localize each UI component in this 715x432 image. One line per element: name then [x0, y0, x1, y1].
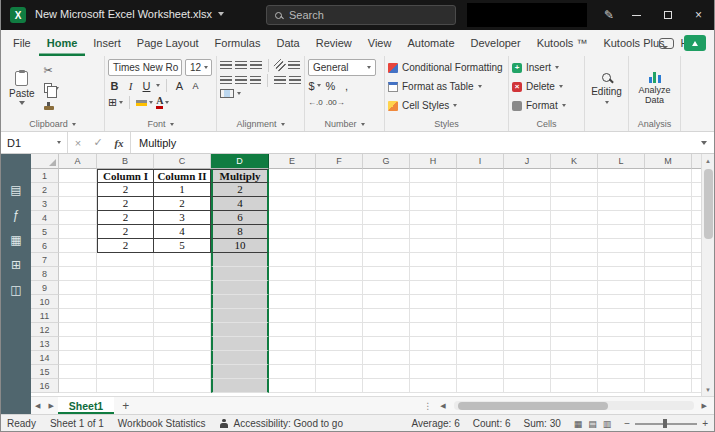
cell-N15[interactable]: [692, 365, 701, 379]
col-header-J[interactable]: J: [504, 154, 551, 169]
cell-C4[interactable]: 3: [154, 211, 211, 225]
cell-B9[interactable]: [97, 281, 154, 295]
cell-J8[interactable]: [504, 267, 551, 281]
wrap-text-icon[interactable]: [288, 61, 300, 70]
cell-B1[interactable]: Column I: [97, 169, 154, 183]
cell-F5[interactable]: [316, 225, 363, 239]
comments-icon[interactable]: [659, 38, 674, 49]
cell-I4[interactable]: [457, 211, 504, 225]
bold-button[interactable]: B: [108, 78, 121, 93]
cell-A3[interactable]: [59, 197, 97, 211]
tab-review[interactable]: Review: [308, 30, 360, 56]
cell-F6[interactable]: [316, 239, 363, 253]
cell-L9[interactable]: [598, 281, 645, 295]
tab-split-handle[interactable]: ⋮: [423, 401, 432, 411]
cell-K16[interactable]: [551, 379, 598, 393]
cell-J15[interactable]: [504, 365, 551, 379]
cell-K1[interactable]: [551, 169, 598, 183]
cell-I16[interactable]: [457, 379, 504, 393]
cell-D5[interactable]: 8: [211, 225, 269, 239]
cell-E1[interactable]: [269, 169, 316, 183]
cell-N14[interactable]: [692, 351, 701, 365]
cell-J11[interactable]: [504, 309, 551, 323]
cell-J12[interactable]: [504, 323, 551, 337]
cell-J10[interactable]: [504, 295, 551, 309]
cell-F4[interactable]: [316, 211, 363, 225]
columns-icon[interactable]: ◫: [10, 284, 21, 296]
cell-L12[interactable]: [598, 323, 645, 337]
cell-L16[interactable]: [598, 379, 645, 393]
increase-decimal-button[interactable]: ←.0: [308, 95, 323, 110]
cell-C14[interactable]: [154, 351, 211, 365]
delete-cells-button[interactable]: × Delete: [512, 78, 581, 95]
cell-M10[interactable]: [645, 295, 692, 309]
paste-button[interactable]: Paste: [4, 59, 40, 117]
horizontal-scrollbar[interactable]: [454, 401, 694, 410]
scroll-down-icon[interactable]: ▼: [705, 383, 711, 396]
percent-style-button[interactable]: %: [324, 78, 337, 93]
cell-J5[interactable]: [504, 225, 551, 239]
cell-B10[interactable]: [97, 295, 154, 309]
cell-K2[interactable]: [551, 183, 598, 197]
cell-M2[interactable]: [645, 183, 692, 197]
cell-H9[interactable]: [410, 281, 457, 295]
vertical-scrollbar[interactable]: ▲ ▼: [701, 154, 714, 396]
cell-J16[interactable]: [504, 379, 551, 393]
copy-button[interactable]: [44, 81, 59, 96]
cell-J13[interactable]: [504, 337, 551, 351]
font-dialog-launcher[interactable]: [170, 123, 174, 126]
window-title[interactable]: New Microsoft Excel Worksheet.xlsx: [35, 8, 224, 20]
cell-J6[interactable]: [504, 239, 551, 253]
cell-M14[interactable]: [645, 351, 692, 365]
cell-D11[interactable]: [211, 309, 269, 323]
cell-G4[interactable]: [363, 211, 410, 225]
zoom-out-button[interactable]: −: [624, 418, 630, 429]
cell-E7[interactable]: [269, 253, 316, 267]
cell-B11[interactable]: [97, 309, 154, 323]
cell-B13[interactable]: [97, 337, 154, 351]
editing-chevron-icon[interactable]: [605, 101, 609, 104]
cell-G6[interactable]: [363, 239, 410, 253]
row-header-5[interactable]: 5: [31, 225, 59, 239]
cell-C9[interactable]: [154, 281, 211, 295]
cell-A9[interactable]: [59, 281, 97, 295]
cell-L1[interactable]: [598, 169, 645, 183]
cell-N5[interactable]: [692, 225, 701, 239]
analyze-data-button[interactable]: Analyze Data: [632, 59, 677, 117]
search-input[interactable]: Search: [266, 5, 456, 25]
cell-D2[interactable]: 2: [211, 183, 269, 197]
cell-I2[interactable]: [457, 183, 504, 197]
zoom-slider[interactable]: [635, 423, 697, 425]
font-color-button[interactable]: A: [156, 95, 169, 110]
cell-D6[interactable]: 10: [211, 239, 269, 253]
col-header-M[interactable]: M: [645, 154, 692, 169]
cell-F8[interactable]: [316, 267, 363, 281]
cell-I3[interactable]: [457, 197, 504, 211]
cell-I6[interactable]: [457, 239, 504, 253]
cell-G13[interactable]: [363, 337, 410, 351]
cell-L10[interactable]: [598, 295, 645, 309]
cell-C5[interactable]: 4: [154, 225, 211, 239]
format-cells-button[interactable]: Format: [512, 97, 581, 114]
fill-color-button[interactable]: [136, 95, 153, 110]
cell-H1[interactable]: [410, 169, 457, 183]
cell-L8[interactable]: [598, 267, 645, 281]
accessibility-status[interactable]: Accessibility: Good to go: [219, 418, 343, 429]
number-format-select[interactable]: General: [308, 59, 376, 76]
cell-M1[interactable]: [645, 169, 692, 183]
new-sheet-button[interactable]: +: [114, 397, 137, 414]
tab-home[interactable]: Home: [39, 30, 86, 56]
cell-N13[interactable]: [692, 337, 701, 351]
cell-D3[interactable]: 4: [211, 197, 269, 211]
cell-K10[interactable]: [551, 295, 598, 309]
zoom-slider-thumb[interactable]: [663, 419, 667, 428]
cell-B12[interactable]: [97, 323, 154, 337]
cell-I11[interactable]: [457, 309, 504, 323]
minimize-button[interactable]: [621, 0, 652, 30]
cell-N16[interactable]: [692, 379, 701, 393]
cell-A10[interactable]: [59, 295, 97, 309]
page-layout-view-button[interactable]: ▤: [588, 419, 597, 429]
cell-K4[interactable]: [551, 211, 598, 225]
cell-F11[interactable]: [316, 309, 363, 323]
cell-A4[interactable]: [59, 211, 97, 225]
